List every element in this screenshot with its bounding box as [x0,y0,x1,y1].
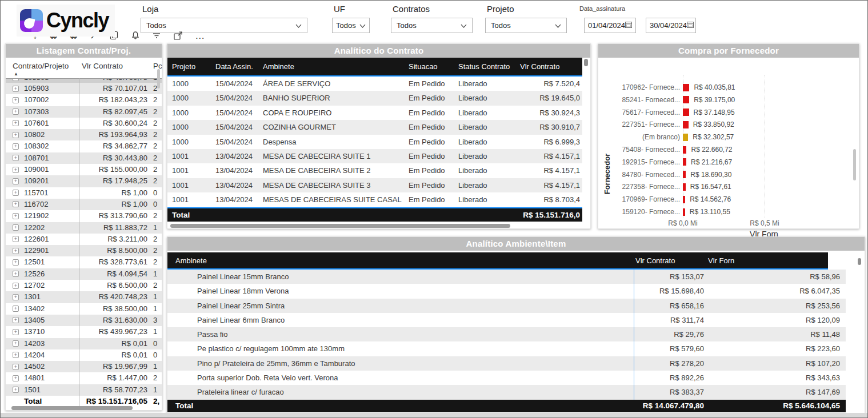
uf-dropdown[interactable]: Todos [332,18,370,33]
table-row[interactable]: +12501R$ 328.773,612 [6,256,162,268]
col-header-projeto[interactable]: Projeto [172,62,195,71]
table-row[interactable]: Pe plastico c/ regulagem 100mm ate 130mm… [167,341,846,356]
table-row[interactable]: Painel Linear 15mm BrancoR$ 153,07R$ 58,… [167,270,846,284]
table-row[interactable]: 100015/04/2024ÁREA DE SERVIÇOEm PedidoLi… [167,77,582,91]
col-header-vlr-contrato[interactable]: Vlr Contrato [520,62,559,71]
expand-icon[interactable]: + [13,190,19,196]
expand-icon[interactable]: + [13,213,19,219]
bar[interactable] [683,134,688,141]
expand-icon[interactable]: + [13,224,19,231]
page-scrollbar-track[interactable] [1,413,867,417]
table-row[interactable]: +107002R$ 182.043,232 [6,94,162,106]
filter-icon[interactable] [152,31,161,40]
table-row[interactable]: +108302R$ 34.862,772 [6,140,162,152]
expand-icon[interactable]: + [13,375,19,381]
table-row[interactable]: 100015/04/2024BANHO SUPERIOREm PedidoLib… [167,91,582,105]
expand-icon[interactable]: + [13,97,19,103]
bar[interactable] [683,208,685,216]
col-header-vlr-contrato[interactable]: Vlr Contrato [82,62,123,70]
table-row[interactable]: 100113/04/2024MESA DE CABECEIRA SUITE 1E… [167,149,582,163]
table-row[interactable]: 100015/04/2024DespensaEm PedidoLiberadoR… [167,135,582,149]
col-header-situacao[interactable]: Situacao [409,62,438,71]
expand-icon[interactable]: + [13,283,19,289]
table-row[interactable]: +122601R$ 3.211,002 [6,234,162,245]
vertical-scrollbar[interactable] [858,258,861,265]
table-row[interactable]: +109201R$ 17.948,252 [6,175,162,187]
table-row[interactable]: 100015/04/2024COZINHA GOURMETEm PedidoLi… [167,120,582,134]
horizontal-scrollbar[interactable] [11,406,133,410]
table-row[interactable]: +109001R$ 155.000,002 [6,164,162,175]
date-start-input[interactable]: 01/04/2024 [584,18,636,33]
bell-icon[interactable] [131,31,140,40]
projeto-dropdown[interactable]: Todos [485,18,567,33]
table-row[interactable]: +105503R$ 43.766,751 [6,78,162,83]
table-row[interactable]: Painel Linear 6mm BrancoR$ 311,74R$ 120,… [167,313,846,327]
expand-icon[interactable]: + [13,306,19,312]
expand-icon[interactable]: + [13,236,19,242]
table-row[interactable]: +14204R$ 0,010 [6,349,162,361]
table-row[interactable]: Passa fioR$ 29,76R$ 11,48 [167,327,846,341]
table-row[interactable]: Painel Linear 25mm SintraR$ 658,16R$ 253… [167,299,846,313]
expand-icon[interactable]: + [13,329,19,335]
table-row[interactable]: +13405R$ 31.630,003 [6,315,162,326]
date-end-input[interactable]: 30/04/2024 [646,18,696,33]
bar[interactable] [683,146,686,154]
table-row[interactable]: +107601R$ 30.600,242 [6,118,162,129]
bar[interactable] [683,158,686,166]
table-row[interactable]: Painel Linear 18mm VeronaR$ 15.698,40R$ … [167,284,846,298]
table-row[interactable]: 100113/04/2024MESA DE CABECEIRA SUITE 2E… [167,163,582,178]
table-row[interactable]: +108701R$ 30.443,802 [6,152,162,164]
table-row[interactable]: 100113/04/2024MESAS DE CABECEIRAS SUITE … [167,192,582,207]
expand-icon[interactable]: + [13,201,19,207]
table-row[interactable]: +1301R$ 420.748,231 [6,291,162,303]
col-header-vlr-contrato[interactable]: Vlr Contrato [635,256,675,265]
table-row[interactable]: Prateleira linear c/ furacaoR$ 383,37R$ … [167,385,846,399]
expand-icon[interactable]: + [13,387,19,393]
expand-icon[interactable]: + [13,178,19,184]
expand-icon[interactable]: + [13,259,19,266]
more-icon[interactable]: … [195,31,205,41]
table-row[interactable]: +14801R$ 1.447,002 [6,372,162,384]
bar[interactable] [683,196,685,203]
table-row[interactable]: +116702R$ 1,000 [6,199,162,210]
expand-icon[interactable]: + [13,340,19,347]
col-header-status-contrato[interactable]: Status Contrato [458,62,510,71]
col-header-contrato-projeto[interactable]: Contrato/Projeto [13,62,69,70]
expand-icon[interactable]: + [13,143,19,150]
expand-icon[interactable]: + [13,155,19,161]
bar[interactable] [683,96,689,103]
expand-icon[interactable]: + [13,132,19,138]
expand-icon[interactable]: + [13,86,19,92]
table-row[interactable]: +10802R$ 193.964,932 [6,129,162,140]
table-row[interactable]: +12526R$ 4.094,541 [6,268,162,280]
expand-icon[interactable]: + [13,271,19,277]
expand-icon[interactable]: + [13,364,19,370]
table-row[interactable]: +107303R$ 82.097,452 [6,106,162,118]
table-row[interactable]: +12702R$ 6.500,002 [6,280,162,291]
expand-icon[interactable]: + [13,294,19,300]
expand-icon[interactable]: + [13,78,19,81]
bar[interactable] [683,183,686,191]
vertical-scrollbar[interactable] [157,69,160,89]
col-header-ambinete[interactable]: Ambinete [175,256,207,265]
table-row[interactable]: Porta superior Dob. Reta Veio vert. Vero… [167,371,846,385]
table-row[interactable]: 100113/04/2024MESA DE CABECEIRA SUITE 3E… [167,178,582,192]
table-row[interactable]: 100015/04/2024COPA E ROUPEIROEm PedidoLi… [167,106,582,120]
table-row[interactable]: +121902R$ 313.790,602 [6,210,162,222]
expand-icon[interactable]: + [13,248,19,254]
vertical-scrollbar[interactable] [584,59,588,66]
bar[interactable] [683,108,689,116]
table-row[interactable]: +122901R$ 8.500,002 [6,245,162,256]
expand-icon[interactable]: + [13,108,19,115]
expand-icon[interactable]: + [13,317,19,323]
table-row[interactable]: +105903R$ 70.107,012 [6,83,162,94]
table-row[interactable]: +14203R$ 0,010 [6,338,162,349]
bar[interactable] [683,121,689,128]
col-header-data-assin[interactable]: Data Assin. [215,62,253,71]
expand-icon[interactable]: + [13,352,19,358]
table-row[interactable]: +13710R$ 439.967,231 [6,326,162,337]
table-row[interactable]: +13402R$ 38.500,001 [6,303,162,315]
col-header-ambinete[interactable]: Ambinete [263,62,294,71]
table-row[interactable]: +12202R$ 11.883,721 [6,222,162,234]
popout-icon[interactable] [173,31,183,41]
